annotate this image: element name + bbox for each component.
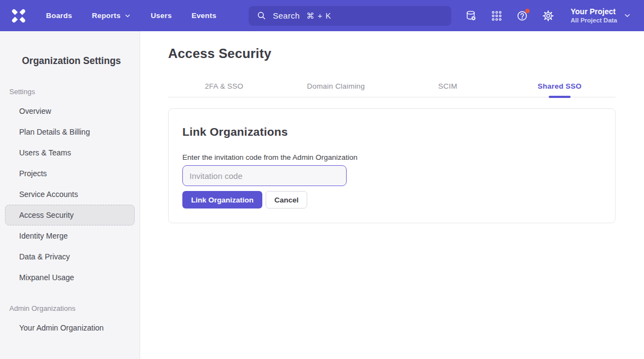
mixpanel-logo-icon[interactable]: [10, 7, 27, 25]
sidebar-item-overview[interactable]: Overview: [5, 101, 135, 121]
nav-item-users[interactable]: Users: [151, 11, 172, 20]
sidebar-title: Organization Settings: [22, 55, 140, 67]
apps-grid-icon[interactable]: [491, 10, 503, 22]
data-management-icon[interactable]: [465, 10, 477, 22]
sidebar-item-service-accounts[interactable]: Service Accounts: [5, 184, 135, 205]
primary-nav: Boards Reports Users Events: [46, 11, 236, 20]
top-navbar: Boards Reports Users Events Search ⌘ + K: [0, 0, 644, 31]
sidebar-item-data-privacy[interactable]: Data & Privacy: [5, 246, 135, 267]
tab-scim[interactable]: SCIM: [392, 78, 504, 97]
section-label-admin-organizations: Admin Organizations: [9, 304, 130, 312]
section-label-settings: Settings: [9, 88, 130, 96]
invitation-code-label: Enter the invitation code from the Admin…: [182, 153, 601, 161]
sidebar-item-identity-merge[interactable]: Identity Merge: [5, 225, 135, 246]
card-title: Link Organizations: [182, 125, 601, 138]
nav-item-label: Users: [151, 11, 172, 20]
sidebar-item-projects[interactable]: Projects: [5, 163, 135, 184]
notification-dot: [525, 9, 530, 13]
tab-2fa-sso[interactable]: 2FA & SSO: [168, 78, 280, 97]
main-content: Access Security 2FA & SSO Domain Claimin…: [140, 31, 644, 359]
search-placeholder: Search: [273, 11, 300, 20]
help-icon[interactable]: [516, 10, 528, 22]
sidebar-item-plan-details-billing[interactable]: Plan Details & Billing: [5, 121, 135, 142]
page-title: Access Security: [168, 46, 616, 61]
invitation-code-input[interactable]: [182, 165, 347, 186]
card-actions: Link Organization Cancel: [182, 191, 601, 209]
tab-domain-claiming[interactable]: Domain Claiming: [280, 78, 392, 97]
project-name: Your Project: [571, 7, 617, 16]
search-input[interactable]: Search ⌘ + K: [249, 6, 451, 26]
project-switcher[interactable]: Your Project All Project Data: [571, 7, 631, 25]
org-settings-sidebar: Organization Settings Settings Overview …: [0, 31, 140, 359]
nav-item-events[interactable]: Events: [192, 11, 216, 20]
chevron-down-icon: [124, 13, 131, 19]
link-organizations-card: Link Organizations Enter the invitation …: [168, 108, 616, 223]
nav-item-label: Boards: [46, 11, 72, 20]
chevron-down-icon: [624, 12, 631, 19]
sidebar-item-your-admin-organization[interactable]: Your Admin Organization: [5, 317, 135, 338]
search-icon: [256, 10, 267, 21]
project-text: Your Project All Project Data: [571, 7, 617, 25]
nav-item-label: Events: [192, 11, 216, 20]
nav-item-reports[interactable]: Reports: [92, 11, 131, 20]
settings-gear-icon[interactable]: [542, 10, 554, 22]
tab-shared-sso[interactable]: Shared SSO: [504, 78, 616, 97]
search-shortcut: ⌘ + K: [306, 11, 331, 20]
cancel-button[interactable]: Cancel: [266, 191, 307, 209]
link-organization-button[interactable]: Link Organization: [182, 191, 262, 209]
nav-item-label: Reports: [92, 11, 120, 20]
navbar-right: Your Project All Project Data: [465, 7, 631, 25]
sidebar-item-users-teams[interactable]: Users & Teams: [5, 142, 135, 163]
sidebar-item-access-security[interactable]: Access Security: [5, 205, 135, 225]
nav-item-boards[interactable]: Boards: [46, 11, 72, 20]
project-scope: All Project Data: [571, 16, 617, 25]
access-security-tabs: 2FA & SSO Domain Claiming SCIM Shared SS…: [168, 78, 616, 97]
sidebar-item-mixpanel-usage[interactable]: Mixpanel Usage: [5, 267, 135, 288]
